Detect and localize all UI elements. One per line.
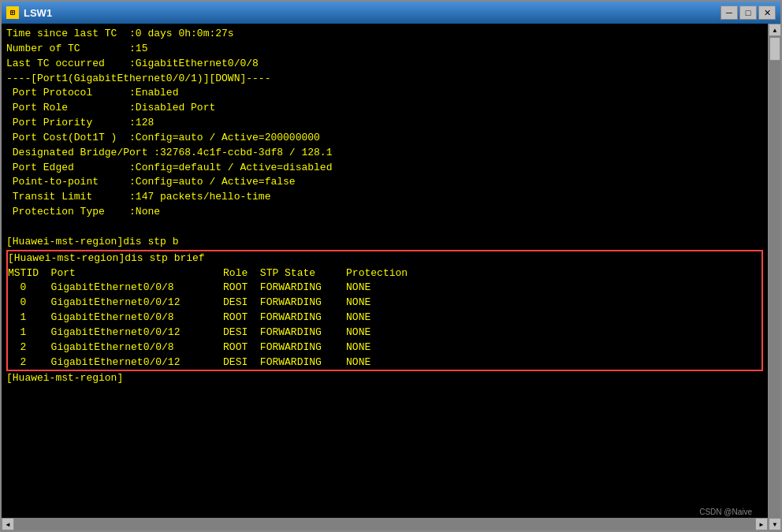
title-bar: ⊞ LSW1 ─ □ ✕ [2,2,780,24]
terminal-wrapper: Time since last TC :0 days 0h:0m:27s Num… [2,24,780,530]
terminal-line: Protection Type :None [6,205,763,220]
scroll-track-h [14,518,755,530]
watermark: CSDN @Naive [699,508,752,516]
hl-line-7: 2 GigabitEthernet0/0/12 DESI FORWARDING … [8,355,762,370]
terminal-line: ----[Port1(GigabitEthernet0/0/1)][DOWN]-… [6,72,763,87]
terminal-line: Port Protocol :Enabled [6,86,763,101]
scroll-left-button[interactable]: ◀ [2,518,14,530]
terminal-footer: [Huawei-mst-region] [6,371,763,386]
minimize-button[interactable]: ─ [721,6,738,20]
scroll-thumb-v[interactable] [769,37,780,61]
scrollbar-vertical[interactable]: ▲ ▼ [768,24,780,530]
terminal-blank [6,220,763,235]
scroll-right-button[interactable]: ▶ [755,518,768,530]
terminal-line: Number of TC :15 [6,42,763,57]
window-icon: ⊞ [6,6,19,19]
restore-button[interactable]: □ [739,6,757,20]
terminal-line: Designated Bridge/Port :32768.4c1f-ccbd-… [6,146,763,161]
title-buttons: ─ □ ✕ [721,6,776,20]
hl-line-2: 0 GigabitEthernet0/0/8 ROOT FORWARDING N… [8,281,762,296]
terminal-line: Port Cost(Dot1T ) :Config=auto / Active=… [6,131,763,146]
terminal-line: Transit Limit :147 packets/hello-time [6,190,763,205]
scroll-track-v [769,36,780,518]
terminal-line: Port Edged :Config=default / Active=disa… [6,161,763,176]
terminal-line: Port Priority :128 [6,116,763,131]
hl-line-4: 1 GigabitEthernet0/0/8 ROOT FORWARDING N… [8,311,762,326]
main-window: ⊞ LSW1 ─ □ ✕ Time since last TC :0 days … [0,0,782,532]
highlighted-block: [Huawei-mst-region]dis stp brief MSTID P… [6,250,763,372]
close-button[interactable]: ✕ [758,6,776,20]
scrollbar-horizontal[interactable]: ◀ ▶ [2,518,768,530]
hl-line-6: 2 GigabitEthernet0/0/8 ROOT FORWARDING N… [8,340,762,355]
scroll-up-button[interactable]: ▲ [769,24,780,36]
terminal-line: Point-to-point :Config=auto / Active=fal… [6,175,763,190]
hl-line-3: 0 GigabitEthernet0/0/12 DESI FORWARDING … [8,296,762,311]
terminal-main: Time since last TC :0 days 0h:0m:27s Num… [2,24,768,530]
hl-line-1: MSTID Port Role STP State Protection [8,266,762,281]
hl-line-5: 1 GigabitEthernet0/0/12 DESI FORWARDING … [8,326,762,340]
terminal-line: Time since last TC :0 days 0h:0m:27s [6,27,763,42]
hl-line-0: [Huawei-mst-region]dis stp brief [8,251,762,266]
terminal-line: Port Role :Disabled Port [6,101,763,116]
title-bar-left: ⊞ LSW1 [6,6,52,19]
terminal-line: Last TC occurred :GigabitEthernet0/0/8 [6,57,763,72]
window-title: LSW1 [24,7,52,19]
terminal-area: Time since last TC :0 days 0h:0m:27s Num… [2,24,768,518]
terminal-cmd-pre: [Huawei-mst-region]dis stp b [6,235,763,250]
scroll-down-button[interactable]: ▼ [769,518,780,530]
